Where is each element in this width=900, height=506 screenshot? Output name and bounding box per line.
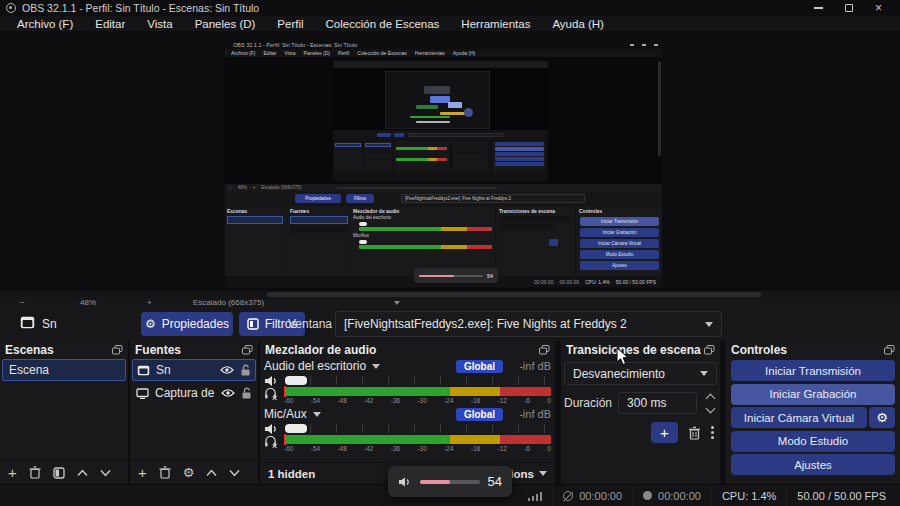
slider-handle[interactable] [285,376,307,385]
zoom-out-button[interactable]: − [20,298,25,307]
maximize-icon[interactable] [845,4,853,12]
transition-select[interactable]: Desvanecimiento [564,362,717,385]
zoom-in-button[interactable]: + [147,298,152,307]
scenes-panel-title: Escenas [5,343,54,357]
mouse-cursor [616,347,629,366]
volume-slider[interactable] [285,424,551,433]
volume-meter: -60-54-48-42-36-30-24-18-12-60 [284,435,551,452]
menu-item[interactable]: Editar [84,18,136,30]
remove-source-icon[interactable] [159,466,171,479]
menu-item[interactable]: Paneles (D) [184,18,267,30]
transition-properties-icon[interactable] [711,426,714,439]
gear-icon: ⚙ [145,317,156,331]
zoom-level-label: 48% [80,298,96,307]
scene-list-item[interactable]: Escena [2,359,126,381]
cpu-usage: CPU: 1.4% [722,490,776,502]
captured-obs-window-level3 [385,71,490,129]
display-icon [136,388,149,399]
remove-scene-icon[interactable] [29,466,41,479]
start-virtual-camera-button[interactable]: Iniciar Cámara Virtual [731,407,867,428]
popout-icon[interactable] [242,345,253,355]
global-badge[interactable]: Global [456,408,503,421]
move-up-icon[interactable] [206,469,217,477]
add-transition-button[interactable]: + [651,422,678,443]
spin-up-icon[interactable] [705,393,715,403]
mini-volume-popup: 54 [414,268,498,283]
speaker-icon[interactable] [264,375,279,387]
scene-transitions-panel: Transiciones de escena Desvanecimiento D… [561,341,720,484]
preview-horizontal-scrollbar[interactable] [0,291,900,298]
scrollbar-thumb[interactable] [267,292,761,297]
minimize-icon[interactable] [814,7,823,9]
osd-volume-slider[interactable] [420,480,480,484]
source-properties-gear-icon[interactable]: ⚙ [183,465,195,480]
menu-item[interactable]: Archivo (F) [6,18,84,30]
remove-transition-icon[interactable] [688,426,701,440]
title-bar: OBS 32.1.1 - Perfil: Sin Título - Escena… [0,0,900,16]
popout-icon[interactable] [539,345,550,355]
move-down-icon[interactable] [100,469,111,477]
volume-slider[interactable] [285,376,551,385]
dock-area: Escenas Escena + [0,341,900,484]
mixer-options-button[interactable]: tions [507,468,547,480]
lock-icon[interactable] [241,387,252,399]
mini-menu-bar: Archivo (F)EditarVistaPaneles (D)PerfilC… [227,49,662,57]
global-badge[interactable]: Global [456,360,503,373]
channel-name: Audio del escritorio [264,359,366,373]
studio-mode-button[interactable]: Modo Estudio [731,431,895,452]
move-down-icon[interactable] [229,469,240,477]
visibility-eye-icon[interactable] [221,388,235,398]
settings-button[interactable]: Ajustes [731,454,895,475]
filter-icon [247,318,259,330]
mixer-panel-title: Mezclador de audio [265,343,376,357]
obs-logo-icon [6,3,16,13]
scale-dropdown-icon[interactable] [394,301,400,305]
fps-counter: 50.00 / 50.00 FPS [797,490,886,502]
selected-source-label: Sn [42,317,57,331]
headphones-mute-icon[interactable] [264,435,278,448]
window-select[interactable]: [FiveNightsatFreddys2.exe]: Five Nights … [335,311,722,337]
sources-panel-title: Fuentes [135,343,181,357]
headphones-mute-icon[interactable] [264,387,278,400]
visibility-eye-icon[interactable] [220,365,234,375]
duration-label: Duración [564,396,612,410]
menu-item[interactable]: Vista [136,18,183,30]
chevron-down-icon[interactable] [372,364,380,369]
source-toolbar: Sn ⚙ Propiedades Filtros Ventana [FiveNi… [0,307,900,341]
source-row[interactable]: Sn [132,359,256,381]
start-recording-button[interactable]: Iniciar Grabación [731,384,895,405]
slider-handle[interactable] [285,424,307,433]
scenes-panel: Escenas Escena + [0,341,128,484]
properties-button[interactable]: ⚙ Propiedades [141,312,233,336]
add-scene-icon[interactable]: + [8,464,17,481]
chevron-down-icon [539,471,547,476]
menu-item[interactable]: Perfil [266,18,314,30]
start-streaming-button[interactable]: Iniciar Transmisión [731,360,895,381]
preview-canvas[interactable]: OBS 32.1.1 - Perfil: Sin Título - Escena… [0,31,900,291]
popout-icon[interactable] [112,345,123,355]
chevron-down-icon[interactable] [313,412,321,417]
speaker-icon[interactable] [264,423,279,435]
scale-mode-label[interactable]: Escalado (668x375) [193,298,264,307]
chevron-down-icon [700,371,708,376]
menu-item[interactable]: Ayuda (H) [541,18,615,30]
spin-down-icon[interactable] [705,403,715,413]
popout-icon[interactable] [704,345,715,355]
lock-icon[interactable] [240,364,251,376]
source-row[interactable]: Captura de pant… [132,382,256,404]
window-property-label: Ventana [288,317,332,331]
speaker-icon [398,476,412,488]
controls-panel: Controles Iniciar Transmisión Iniciar Gr… [726,341,900,484]
move-up-icon[interactable] [77,469,88,477]
duration-spinner[interactable]: 300 ms [618,392,697,414]
mini-vertical-scrollbar [658,61,661,156]
popout-icon[interactable] [884,345,895,355]
close-icon[interactable]: × [875,3,882,13]
scene-filters-icon[interactable] [53,467,65,479]
add-source-icon[interactable]: + [138,464,147,481]
mini-preview [225,57,662,184]
menu-bar: Archivo (F)EditarVistaPaneles (D)PerfilC… [0,16,900,31]
menu-item[interactable]: Herramientas [450,18,541,30]
menu-item[interactable]: Colección de Escenas [315,18,451,30]
virtual-camera-gear-icon[interactable]: ⚙ [869,407,895,428]
